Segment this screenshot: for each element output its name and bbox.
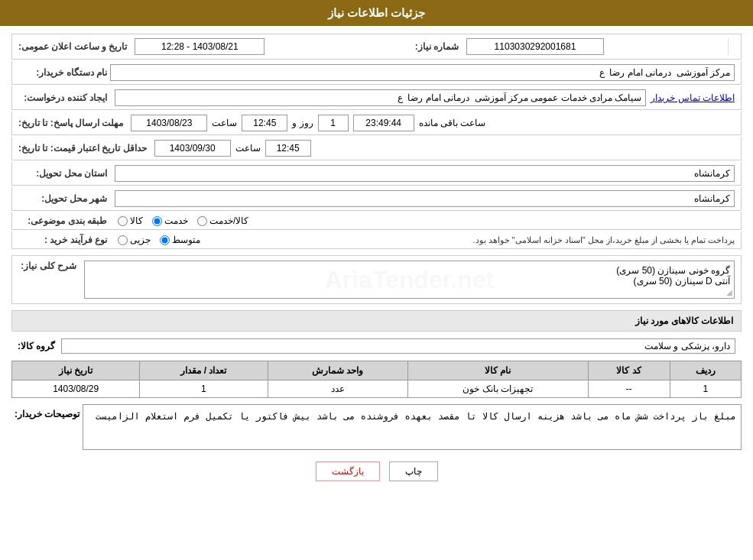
creator-input[interactable] — [115, 89, 646, 106]
response-remaining-label: ساعت باقی مانده — [419, 118, 486, 128]
table-cell-unit: عدد — [268, 380, 407, 398]
response-deadline-label: مهلت ارسال پاسخ: تا تاریخ: — [18, 118, 126, 128]
buyer-notes-label: توصیحات خریدار: — [11, 404, 83, 450]
type-radio-kala-label[interactable]: کالا — [118, 215, 143, 226]
announce-date-input[interactable] — [135, 38, 265, 55]
table-header-row: ردیف — [670, 361, 741, 380]
price-validity-time-input[interactable] — [265, 140, 311, 157]
type-radio-both-label[interactable]: کالا/خدمت — [197, 215, 248, 226]
process-radio-motavasset-label[interactable]: متوسط — [160, 235, 200, 245]
province-input[interactable] — [115, 165, 735, 182]
goods-group-value: دارو، پزشکی و سلامت — [61, 338, 735, 354]
type-radio-both[interactable] — [197, 216, 207, 226]
response-remaining-input[interactable] — [353, 115, 414, 131]
back-button[interactable]: بازگشت — [316, 461, 380, 481]
type-radio-kala-text: کالا — [130, 215, 143, 226]
city-label: شهر محل تحویل: — [18, 193, 110, 204]
type-label: طبقه بندی موضوعی: — [18, 215, 110, 226]
creator-label: ایجاد کننده درخواست: — [18, 92, 110, 103]
process-radio-jozi-label[interactable]: جزیی — [118, 235, 151, 245]
table-cell-qty: 1 — [140, 380, 268, 398]
creator-contact-link[interactable]: اطلاعات تماس خریدار — [651, 92, 735, 103]
table-header-name: نام کالا — [407, 361, 588, 380]
price-validity-date-input[interactable] — [154, 140, 231, 157]
table-cell-date: 1403/08/29 — [12, 380, 140, 398]
process-label: نوع فرآیند خرید : — [18, 235, 110, 245]
table-header-code: کد کالا — [588, 361, 670, 380]
type-radio-service[interactable] — [152, 216, 162, 226]
general-desc-label: شرح کلی نیاز: — [18, 261, 80, 271]
general-desc-line2: آنتی D سینازن (50 سری) — [89, 276, 730, 286]
goods-info-header: اطلاعات کالاهای مورد نیاز — [11, 310, 742, 332]
table-cell-code: -- — [588, 380, 670, 398]
table-cell-row: 1 — [670, 380, 741, 398]
process-radio-jozi[interactable] — [118, 235, 128, 245]
need-number-input[interactable] — [466, 38, 604, 55]
process-radio-group: جزیی متوسط — [118, 235, 200, 245]
type-radio-service-label[interactable]: خدمت — [152, 215, 188, 226]
print-button[interactable]: چاپ — [389, 461, 438, 481]
city-input[interactable] — [115, 190, 735, 207]
general-desc-line1: گروه خونی سینازن (50 سری) — [89, 265, 730, 276]
province-label: استان محل تحویل: — [18, 168, 110, 179]
process-radio-jozi-text: جزیی — [130, 235, 151, 245]
process-radio-motavasset-text: متوسط — [172, 235, 200, 245]
goods-table: ردیف کد کالا نام کالا واحد شمارش تعداد /… — [11, 361, 742, 398]
table-header-unit: واحد شمارش — [268, 361, 407, 380]
response-time-input[interactable] — [242, 115, 287, 131]
price-validity-label: حداقل تاریخ اعتبار قیمت: تا تاریخ: — [18, 143, 150, 154]
response-day-input[interactable] — [318, 115, 349, 131]
table-row: 1 -- تجهیزات بانک خون عدد 1 1403/08/29 — [12, 380, 742, 398]
goods-group-row: گروه کالا: دارو، پزشکی و سلامت — [11, 335, 742, 357]
process-radio-motavasset[interactable] — [160, 235, 170, 245]
button-row: چاپ بازگشت — [11, 461, 742, 481]
table-header-date: تاریخ نیاز — [12, 361, 140, 380]
announce-date-label: تاریخ و ساعت اعلان عمومی: — [18, 41, 130, 52]
table-header-qty: تعداد / مقدار — [140, 361, 268, 380]
need-number-label: شماره نیاز: — [370, 41, 462, 52]
type-radio-kala[interactable] — [118, 216, 128, 226]
table-cell-name: تجهیزات بانک خون — [407, 380, 588, 398]
price-validity-time-label: ساعت — [235, 143, 261, 154]
process-note: پرداخت تمام یا بخشی از مبلغ خرید،از محل … — [208, 235, 735, 245]
buyer-notes-textarea[interactable]: مبلغ باز پرداخت شش ماه می باشد هزینه ارس… — [83, 404, 742, 450]
buyer-name-label: نام دستگاه خریدار: — [18, 67, 110, 78]
response-time-label: ساعت — [212, 118, 237, 128]
buyer-name-input[interactable] — [110, 64, 735, 81]
type-radio-service-text: خدمت — [164, 215, 188, 226]
type-radio-group: کالا خدمت کالا/خدمت — [118, 215, 248, 226]
response-day-label: روز و — [292, 118, 313, 128]
buyer-notes-section: توصیحات خریدار: مبلغ باز پرداخت شش ماه م… — [11, 404, 742, 450]
page-title: جزئیات اطلاعات نیاز — [0, 0, 753, 26]
goods-group-label: گروه کالا: — [18, 341, 55, 351]
type-radio-both-text: کالا/خدمت — [209, 215, 248, 226]
response-date-input[interactable] — [131, 115, 207, 131]
